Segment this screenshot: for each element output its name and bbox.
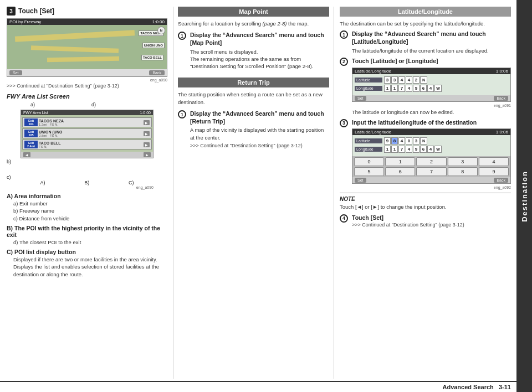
nav-screen-1-bottom: Set Back — [7, 69, 167, 76]
nav-screen-1-topbar: POI by Freeway 1:0:00 — [7, 19, 167, 25]
section-c-text: Displayed if there are two or more facil… — [7, 256, 167, 278]
section-c-title: C) POI list display button — [7, 249, 167, 255]
right-tab-label: Destination — [520, 171, 529, 222]
lat-screen-2: Latitude/Longitude 1:0:06 Latitude 9 8 4 — [352, 128, 511, 184]
section-b-title: B) The POI with the highest priority in … — [7, 225, 167, 238]
return-trip-step1: 1 Display the “Advanced Search” menu and… — [178, 110, 329, 148]
lat-step3-heading: Input the latitude/longitude of the dest… — [352, 119, 511, 127]
label-C: C) — [129, 180, 134, 185]
numpad: 0 1 2 3 4 5 6 7 8 9 — [352, 156, 510, 177]
nav-screen-1: POI by Freeway 1:0:00 TACOS NEZA UNION U… — [7, 18, 167, 77]
nav-screen-1-content: TACOS NEZA UNION UNO TACO BELL N — [7, 25, 167, 69]
nav-screen-1-title: POI by Freeway — [9, 19, 41, 24]
eng-label-1: eng_a090 — [7, 78, 167, 82]
right-tab: Destination — [516, 0, 532, 392]
lat-step4-num: 4 — [340, 214, 348, 223]
lat-step2-note: The latitude or longitude can now be edi… — [352, 109, 511, 116]
note-text: Touch [◄] or [►] to change the input pos… — [340, 203, 511, 210]
lat-screen-2-top: Latitude/Longitude 1:0:06 — [352, 129, 510, 135]
eng-label-4: eng_a092 — [352, 185, 511, 189]
fwy-screen-content: Exit104 TACOS NEZA 1.3mi FS N, ▶ Exit105 — [21, 115, 153, 152]
return-trip-section: Return Trip The starting position when s… — [178, 78, 329, 148]
lat-step2-num: 2 — [340, 58, 348, 66]
note-box: NOTE Touch [◄] or [►] to change the inpu… — [340, 193, 511, 210]
lat-screen-2-bottom: Set Back — [352, 177, 510, 183]
fwy-bottom-labels: A) B) C) — [21, 180, 154, 185]
note-title: NOTE — [340, 196, 355, 202]
bottom-bar-label: Advanced Search 3-11 — [442, 384, 511, 390]
map-point-step1: 1 Display the “Advanced Search” menu and… — [178, 32, 329, 70]
continued-1: >>> Continued at "Destination Setting" (… — [7, 83, 167, 89]
fwy-item-1: Exit104 TACOS NEZA 1.3mi FS N, ▶ — [22, 117, 152, 127]
step3-text: Touch [Set] — [18, 7, 54, 15]
nav-screen-1-time: 1:0:00 — [152, 19, 165, 24]
lat-step2: 2 Touch [Latitude] or [Longitude] Latitu… — [340, 58, 511, 116]
section-a-items: a) Exit number b) Freeway name c) Distan… — [7, 200, 167, 222]
fwy-item-3: Exit2.4mi TACO BELL FS N, ▶ — [22, 140, 152, 149]
numpad-0[interactable]: 0 — [354, 157, 384, 166]
lat-screen-1-top: Latitude/Longitude 1:0:06 — [352, 68, 510, 74]
lat-lon-intro: The destination can be set by specifying… — [340, 20, 511, 27]
label-a: a) — [30, 102, 35, 107]
numpad-5[interactable]: 5 — [354, 167, 384, 176]
return-trip-title: Return Trip — [178, 78, 329, 87]
nav-screen-1-set-btn[interactable]: Set — [9, 70, 22, 75]
map-point-step1-heading: Display the “Advanced Search” menu and t… — [190, 32, 329, 47]
return-trip-step1-line1: A map of the vicinity is displayed with … — [190, 126, 329, 141]
fwy-title: FWY Area List Screen — [7, 93, 167, 100]
return-trip-step1-num: 1 — [178, 110, 186, 118]
eng-label-3: eng_a091 — [352, 104, 511, 107]
label-B: B) — [84, 180, 89, 185]
lat-screen-1-rows: Latitude 3 3 4 4 2 N — [352, 74, 510, 95]
lat-step2-heading: Touch [Latitude] or [Longitude] — [352, 58, 511, 65]
return-trip-step1-heading: Display the “Advanced Search” menu and t… — [190, 110, 329, 125]
numpad-8[interactable]: 8 — [448, 167, 478, 176]
lat-step3-num: 3 — [340, 119, 348, 127]
bottom-bar: Advanced Search 3-11 — [0, 381, 516, 392]
label-A: A) — [40, 180, 45, 185]
map-point-intro: Searching for a location by scrolling (p… — [178, 20, 329, 27]
map-point-step1-line1: The scroll menu is displayed. — [190, 48, 329, 55]
lat-screen-2-rows: Latitude 9 8 4 0 3 N — [352, 135, 510, 156]
lat-step1-text: The latitude/longitude of the current lo… — [352, 47, 511, 54]
lat-step1-num: 1 — [340, 30, 348, 39]
numpad-7[interactable]: 7 — [416, 167, 446, 176]
fwy-item-2: Exit105 UNION (UNO 2.8mi FS N, ▶ — [22, 128, 152, 138]
right-col: Latitude/Longitude The destination can b… — [334, 7, 511, 379]
label-d: d) — [91, 102, 96, 107]
fwy-top-labels: a) d) — [21, 102, 154, 110]
step3-number: 3 — [7, 7, 16, 16]
lat-step1: 1 Display the “Advanced Search” menu and… — [340, 30, 511, 54]
section-descriptions: A) Area information a) Exit number b) Fr… — [7, 193, 167, 278]
map-point-step1-num: 1 — [178, 32, 186, 40]
lat-step3: 3 Input the latitude/longitude of the de… — [340, 119, 511, 190]
fwy-screen: FWY Area List 1:0:00 Exit104 TACOS NEZA … — [21, 110, 154, 158]
return-trip-intro: The starting position when setting a rou… — [178, 91, 329, 106]
fwy-screen-topbar: FWY Area List 1:0:00 — [21, 110, 153, 115]
label-c: c) — [7, 174, 11, 180]
numpad-1[interactable]: 1 — [385, 157, 415, 166]
return-trip-continued: >>> Continued at "Destination Setting" (… — [190, 143, 329, 148]
left-col: 3 Touch [Set] POI by Freeway 1:0:00 TACO… — [7, 7, 173, 379]
page-container: 3 Touch [Set] POI by Freeway 1:0:00 TACO… — [0, 0, 532, 392]
section-a-title: A) Area information — [7, 193, 167, 199]
numpad-3[interactable]: 3 — [448, 157, 478, 166]
lat-screen-1-bottom: Set Back — [352, 95, 510, 101]
numpad-4[interactable]: 4 — [479, 157, 509, 166]
numpad-2[interactable]: 2 — [416, 157, 446, 166]
map-point-step1-line2: The remaining operations are the same as… — [190, 55, 329, 70]
numpad-6[interactable]: 6 — [385, 167, 415, 176]
fwy-side-labels: b) c) — [7, 159, 167, 180]
numpad-9[interactable]: 9 — [479, 167, 509, 176]
section-b-items: d) The closest POI to the exit — [7, 239, 167, 246]
lat-lon-title: Latitude/Longitude — [340, 7, 511, 17]
fwy-screen-bottom: ◀ ▶ — [21, 152, 153, 158]
step3-heading: 3 Touch [Set] — [7, 7, 167, 16]
lat-screen-1: Latitude/Longitude 1:0:06 Latitude 3 3 4 — [352, 68, 511, 102]
nav-screen-1-back-btn[interactable]: Back — [149, 70, 165, 75]
label-b: b) — [7, 159, 11, 164]
lat-step1-heading: Display the “Advanced Search” menu and t… — [352, 30, 511, 45]
mid-col: Map Point Searching for a location by sc… — [173, 7, 334, 379]
lat-continued: >>> Continued at "Destination Setting" (… — [352, 222, 464, 228]
fwy-section: FWY Area List Screen a) d) FWY Area List… — [7, 93, 167, 189]
